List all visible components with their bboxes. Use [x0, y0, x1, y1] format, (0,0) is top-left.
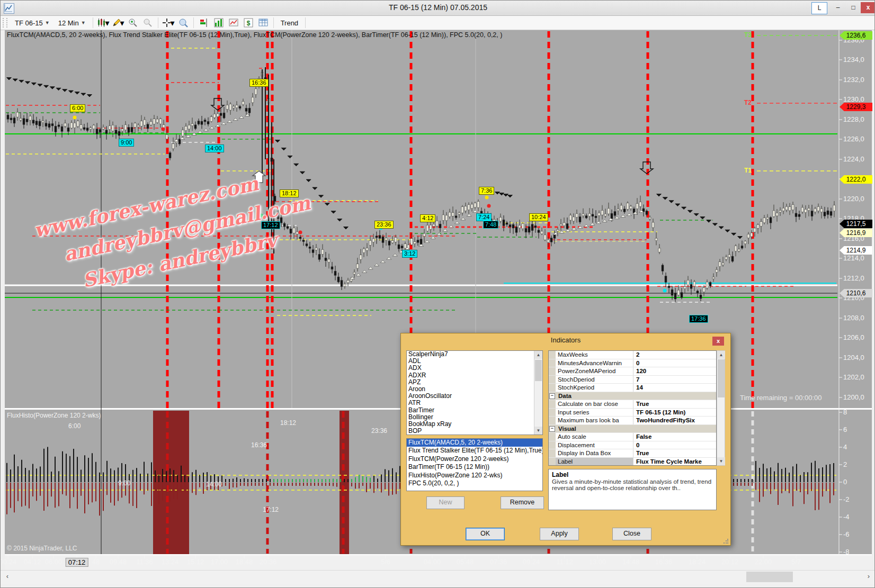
indicator-list-item[interactable]: Bollinger — [407, 414, 542, 421]
grid-button[interactable] — [257, 17, 270, 29]
configured-indicators-list[interactable]: FluxTCM(AMACD,5, 20 2-weeks)Flux Trend S… — [406, 438, 543, 491]
indicator-list-item[interactable]: ADL — [407, 358, 542, 365]
scrollbar-thumb[interactable] — [746, 572, 793, 582]
scrollbar-thumb[interactable] — [718, 359, 725, 397]
time-axis-label: 11:36 — [136, 558, 153, 566]
indicator-list-item[interactable]: APZ — [407, 379, 542, 386]
time-axis-label: 13:00 — [589, 558, 606, 566]
price-marker-tag: 1210,6 — [840, 289, 872, 297]
property-row[interactable]: MaxWeeks2 — [549, 351, 716, 359]
scroll-left-arrow[interactable]: ‹ — [3, 572, 12, 580]
indicator-list-item[interactable]: ADX — [407, 365, 542, 372]
ok-button[interactable]: OK — [466, 528, 505, 540]
close-button[interactable]: x — [861, 2, 875, 13]
property-row[interactable]: Input seriesTF 06-15 (12 Min) — [549, 409, 716, 417]
configured-indicator-item[interactable]: Flux Trend Stalker Elite(TF 06-15 (12 Mi… — [407, 447, 542, 455]
indicator-list-item[interactable]: ATR — [407, 400, 542, 406]
status-strip — [1, 584, 875, 588]
collapse-icon[interactable]: − — [549, 426, 555, 432]
property-section-row[interactable]: −Visual — [549, 425, 716, 433]
indicator-list-item[interactable]: BarTimer — [407, 407, 542, 414]
instrument-dropdown[interactable]: TF 06-15▼ — [12, 18, 53, 28]
toolbar-separator — [273, 17, 274, 28]
property-section-row[interactable]: −Data — [549, 392, 716, 401]
price-marker-tag: 1217,5 — [840, 220, 872, 228]
maximize-button[interactable]: □ — [846, 2, 861, 13]
property-row[interactable]: StochDperiod7 — [549, 376, 716, 384]
price-axis-tick: 1212,0 — [843, 274, 864, 282]
property-row[interactable]: Displacement0 — [549, 441, 716, 450]
configured-indicator-item[interactable]: FluxHisto(PowerZone 120 2-wks) — [407, 472, 542, 480]
time-cycle-marker-tag: 4:12 — [420, 214, 435, 222]
scroll-up-icon[interactable]: ▲ — [717, 351, 725, 359]
scroll-down-icon[interactable]: ▼ — [534, 427, 542, 435]
apply-button[interactable]: Apply — [540, 528, 579, 540]
indicator-list-item[interactable]: ScalperNinja7 — [407, 351, 542, 358]
histogram-axis-tick: -2 — [843, 495, 850, 503]
configured-indicator-item[interactable]: FPC 5.0(20, 0,2, ) — [407, 480, 542, 487]
configured-indicator-item[interactable]: FluxTCM(PowerZone 120 2-weeks) — [407, 455, 542, 463]
time-cycle-marker-tag: 16:36 — [249, 79, 269, 87]
property-row[interactable]: Maximum bars look baTwoHundredFiftySix — [549, 417, 716, 425]
volume-profile-button[interactable] — [198, 17, 210, 29]
configured-indicator-item[interactable]: FluxTCM(AMACD,5, 20 2-weeks) — [407, 439, 542, 447]
trend-tool-label[interactable]: Trend — [278, 19, 301, 27]
property-grid-scrollbar[interactable]: ▲ ▼ — [717, 350, 725, 466]
resize-grip[interactable] — [723, 539, 728, 544]
time-cycle-marker-tag: 17:12 — [261, 221, 280, 229]
property-row[interactable]: PowerZoneMAPeriod120 — [549, 367, 716, 376]
scroll-up-icon[interactable]: ▲ — [534, 351, 542, 359]
histogram-time-label: 17:12 — [263, 506, 279, 513]
time-axis-label: 00:24 — [0, 558, 16, 566]
collapse-icon[interactable]: − — [549, 393, 555, 399]
indicator-list-item[interactable]: ADXR — [407, 372, 542, 379]
scroll-right-arrow[interactable]: › — [864, 572, 873, 580]
indicator-list-item[interactable]: BOP — [407, 428, 542, 435]
chevron-down-icon: ▼ — [45, 20, 50, 25]
property-row[interactable]: Display in Data BoxTrue — [549, 449, 716, 458]
scrollbar-thumb[interactable] — [535, 360, 542, 381]
property-row[interactable]: Calculate on bar closeTrue — [549, 400, 716, 409]
drawing-tools-button[interactable]: ▾ — [112, 17, 124, 29]
data-box-button[interactable] — [177, 17, 190, 29]
chevron-down-icon: ▼ — [81, 20, 86, 25]
account-button[interactable]: $ — [242, 17, 255, 29]
time-axis-label: 06:00 — [45, 558, 63, 566]
price-axis-tick: 1226,0 — [843, 135, 864, 143]
horizontal-scrollbar[interactable] — [1, 570, 875, 584]
indicator-list-item[interactable]: BookMap xRay — [407, 421, 542, 428]
trend-target-label: T2 — [744, 99, 752, 106]
new-button[interactable]: New — [426, 496, 465, 509]
dialog-close-icon[interactable]: x — [712, 337, 724, 346]
time-axis-label: 20:36 — [260, 558, 277, 566]
histogram-axis-tick: 8 — [843, 408, 847, 416]
dollar-icon: $ — [244, 18, 253, 28]
link-button[interactable]: L — [811, 2, 827, 14]
crosshair-icon — [162, 18, 171, 28]
available-indicators-list[interactable]: ScalperNinja7ADLADXADXRAPZAroonAroonOsci… — [406, 350, 543, 435]
property-grid[interactable]: MaxWeeks2MinutesAdvanceWarnin0PowerZoneM… — [548, 350, 717, 466]
remove-button[interactable]: Remove — [501, 496, 544, 509]
minimize-button[interactable]: – — [831, 2, 845, 13]
available-list-scrollbar[interactable]: ▲ ▼ — [534, 351, 542, 435]
property-row[interactable]: StochKperiod14 — [549, 384, 716, 392]
toolbar: TF 06-15▼ 12 Min▼ ▾ ▾ ▾ — [1, 16, 875, 30]
toolbar-grip-handle[interactable] — [3, 18, 7, 28]
scroll-down-icon[interactable]: ▼ — [717, 457, 725, 465]
property-row[interactable]: LabelFlux Time Cycle Marke — [549, 458, 716, 466]
chart-style-button[interactable]: ▾ — [97, 17, 110, 29]
market-analyzer-button[interactable] — [212, 17, 225, 29]
crosshair-button[interactable]: ▾ — [162, 17, 175, 29]
chart-snapshot-button[interactable] — [227, 17, 240, 29]
price-axis-tick: 1230,0 — [843, 95, 864, 103]
price-axis-tick: 1232,0 — [843, 76, 864, 84]
zoom-in-button[interactable] — [127, 17, 139, 29]
property-row[interactable]: MinutesAdvanceWarnin0 — [549, 359, 716, 368]
property-row[interactable]: Auto scaleFalse — [549, 433, 716, 441]
close-dialog-button[interactable]: Close — [612, 528, 651, 540]
indicator-list-item[interactable]: AroonOscillator — [407, 393, 542, 400]
zoom-out-button[interactable] — [141, 17, 154, 29]
interval-dropdown[interactable]: 12 Min▼ — [55, 18, 89, 28]
time-cycle-marker-tag: 18:12 — [280, 189, 299, 197]
configured-indicator-item[interactable]: BarTimer(TF 06-15 (12 Min)) — [407, 463, 542, 471]
